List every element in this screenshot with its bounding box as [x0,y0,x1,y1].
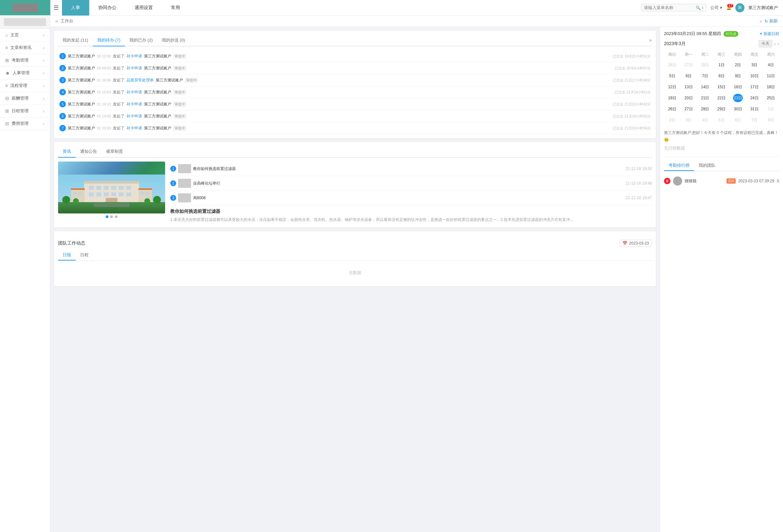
prev-month-button[interactable]: ‹ [774,41,776,46]
calendar-day[interactable]: 3日 [681,115,697,126]
calendar-day[interactable]: 11日 [762,70,779,82]
hamburger-menu[interactable]: ☰ [50,0,62,15]
collapse-btn[interactable]: « [56,19,58,24]
news-tab-regulation[interactable]: 规章制度 [101,146,127,157]
refresh-icon: ↻ [764,19,768,24]
top-menu-tongyongMenu[interactable]: 通用设置 [126,0,162,15]
team-subtab-schedule[interactable]: 日程 [75,250,93,260]
calendar-day[interactable]: 1日 [713,59,730,70]
chevron-icon-salary: ∧ [42,97,45,100]
expand-icon[interactable]: » [760,19,762,24]
carousel-dot-1[interactable] [106,215,108,218]
calendar-day[interactable]: 27日 [681,103,697,115]
calendar-day[interactable]: 23日 [730,92,746,103]
calendar-day[interactable]: 8日 [762,115,779,126]
sidebar-item-home[interactable]: ⌂ 主页 ∧ [0,29,50,41]
calendar-day[interactable]: 28日 [697,59,713,70]
search-box[interactable]: 🔍 ℹ [641,4,707,11]
calendar-day[interactable]: 7日 [697,70,713,82]
carousel-dot-2[interactable] [110,215,113,218]
calendar-day[interactable]: 12日 [664,82,681,92]
calendar-day[interactable]: 3日 [746,59,763,70]
new-event-button[interactable]: ✦ 新建日程 [759,31,779,37]
attend-tab-rank[interactable]: 考勤排行榜 [664,161,694,171]
calendar-day[interactable]: 14日 [697,82,713,92]
calendar-day[interactable]: 22日 [713,92,730,103]
calendar-day[interactable]: 8日 [713,70,730,82]
calendar-grid: 周日周一周二周三周四周五周六26日27日28日1日2日3日4日5日6日7日8日9… [664,50,779,126]
today-button[interactable]: 今天 [759,40,772,48]
search-input[interactable] [644,5,696,10]
todo-link[interactable]: 补卡申请 [126,65,142,71]
calendar-day[interactable]: 5日 [713,115,730,126]
calendar-day[interactable]: 26日 [664,103,681,115]
user-avatar[interactable]: 第 [735,3,744,12]
calendar-day[interactable]: 6日 [730,115,746,126]
sidebar-item-news[interactable]: ≡ 文章和资讯 ∧ [0,41,50,54]
sidebar-item-flow[interactable]: ≡ 流程管理 ∧ [0,80,50,92]
calendar-day[interactable]: 19日 [664,92,681,103]
news-item-title[interactable]: 业高峰论坛举行 [193,181,624,186]
task-tab-my_copy[interactable]: 我的抄送 (0) [157,35,190,46]
task-tab-my_done[interactable]: 我的已办 (2) [125,35,157,46]
calendar-day[interactable]: 27日 [681,59,697,70]
todo-link[interactable]: 品质异常处理单 [126,77,154,83]
task-tab-my_sent[interactable]: 我的发起 (11) [58,35,93,46]
calendar-day[interactable]: 4日 [697,115,713,126]
calendar-day[interactable]: 29日 [713,103,730,115]
sidebar-item-expense[interactable]: ⊟ 费用管理 ∧ [0,118,50,130]
calendar-day[interactable]: 17日 [746,82,763,92]
todo-link[interactable]: 补卡申请 [126,114,142,119]
todo-link[interactable]: 补卡申请 [126,54,142,59]
calendar-day[interactable]: 4日 [762,59,779,70]
date-picker[interactable]: 📅 2023-03-23 [620,240,652,247]
calendar-day[interactable]: 13日 [681,82,697,92]
company-selector[interactable]: 公司 ▾ [710,5,722,11]
calendar-day[interactable]: 30日 [730,103,746,115]
svg-rect-21 [141,192,144,195]
notification-bell[interactable]: 🔔 17 [726,5,731,10]
top-menu-renshiMenu[interactable]: 人事 [62,0,89,15]
todo-link[interactable]: 补卡申请 [126,126,142,131]
calendar-day[interactable]: 1日 [762,103,779,115]
news-item-title[interactable]: 局8008 [193,195,624,201]
refresh-button[interactable]: ↻ 刷新 [764,18,778,24]
top-menu-changyongMenu[interactable]: 常用 [162,0,189,15]
calendar-day[interactable]: 2日 [664,115,681,126]
todo-link[interactable]: 补卡申请 [126,101,142,107]
news-tab-news[interactable]: 资讯 [58,146,75,158]
calendar-day[interactable]: 20日 [681,92,697,103]
calendar-day[interactable]: 10日 [746,70,763,82]
calendar-day[interactable]: 28日 [697,103,713,115]
calendar-day[interactable]: 24日 [746,92,763,103]
calendar-day[interactable]: 21日 [697,92,713,103]
calendar-day[interactable]: 31日 [746,103,763,115]
calendar-day[interactable]: 5日 [664,70,681,82]
news-item-title[interactable]: 教你如何挑选前置过滤器 [193,166,624,171]
news-tab-bar: 资讯通知公告规章制度 [58,146,652,158]
sidebar-item-schedule[interactable]: ⊞ 日程管理 ∧ [0,105,50,117]
calendar-day[interactable]: 2日 [730,59,746,70]
calendar-day[interactable]: 7日 [746,115,763,126]
news-tab-notice[interactable]: 通知公告 [75,146,101,157]
sidebar-item-salary[interactable]: ⊟ 薪酬管理 ∧ [0,92,50,104]
attend-tab-myteam[interactable]: 我的团队 [694,161,720,171]
calendar-day[interactable]: 26日 [664,59,681,70]
team-subtab-daily[interactable]: 日报 [58,250,75,260]
calendar-day[interactable]: 18日 [762,82,779,92]
carousel-dot-3[interactable] [115,215,118,218]
calendar-day[interactable]: 15日 [713,82,730,92]
tab-more-button[interactable]: » [649,37,652,43]
calendar-day[interactable]: 6日 [681,70,697,82]
sidebar-item-attendance[interactable]: ⊞ 考勤管理 ∧ [0,54,50,66]
top-menu-xietongMenu[interactable]: 协同办公 [89,0,126,15]
next-month-button[interactable]: › [778,41,779,46]
todo-link[interactable]: 补卡申请 [126,90,142,95]
calendar-day[interactable]: 16日 [730,82,746,92]
calendar-day[interactable]: 9日 [730,70,746,82]
user-name[interactable]: 第三方测试账户 [748,5,778,11]
task-tab-my_pending[interactable]: 我的待办 (7) [93,35,125,46]
calendar-weekday: 周三 [713,50,730,59]
calendar-day[interactable]: 25日 [762,92,779,103]
sidebar-item-hr[interactable]: ☻ 人事管理 ∧ [0,67,50,79]
